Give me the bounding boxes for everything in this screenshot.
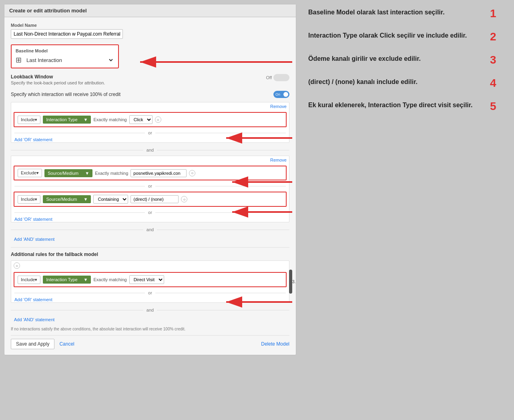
and-line-1: [11, 150, 143, 150]
fallback-interaction-type-dropdown[interactable]: Interaction Type ▼: [43, 276, 91, 284]
add-and-link-1[interactable]: Add 'AND' statement: [11, 235, 289, 243]
rule-block-1: Remove Include▾ Interaction Type ▼ Exact…: [11, 102, 289, 143]
circle-btn-fallback[interactable]: ○: [14, 262, 20, 269]
and-separator-1: and: [11, 146, 289, 154]
fallback-and-text: and: [147, 308, 154, 312]
or-line-3: [14, 212, 145, 213]
annotation-4: (direct) / (none) kanalı include edilir.…: [308, 78, 502, 89]
toggle-switch-off[interactable]: [273, 74, 289, 81]
exclude-value-input[interactable]: [131, 169, 187, 177]
toggle-on[interactable]: On: [273, 91, 289, 98]
or-text-1: or: [148, 130, 152, 135]
annotation-text-1: Baseline Model olarak last interaction s…: [308, 8, 485, 17]
toggle-on-label: On: [275, 92, 280, 96]
footer-row: Save and Apply Cancel Delete Model: [11, 335, 289, 349]
add-or-link-1[interactable]: Add 'OR' statement: [11, 136, 56, 144]
fallback-matching-label: Exactly matching: [93, 277, 126, 282]
baseline-model-box: Baseline Model ⊞ Last Interaction: [11, 44, 119, 68]
direct-none-input[interactable]: [131, 195, 179, 203]
rule-row-1: Include▾ Interaction Type ▼ Exactly matc…: [14, 112, 287, 127]
and-line-2: [11, 230, 143, 230]
fallback-rule-row: Include▾ Interaction Type ▼ Exactly matc…: [14, 272, 287, 287]
annotation-number-4: 4: [490, 78, 502, 89]
annotation-number-2: 2: [490, 31, 502, 42]
or-line-1b: [155, 133, 286, 133]
cancel-button[interactable]: Cancel: [58, 339, 76, 349]
annotation-text-4: (direct) / (none) kanalı include edilir.: [308, 78, 485, 86]
scroll-number: 3.9: [292, 280, 296, 284]
dropdown-arrow-3: ▼: [84, 197, 88, 202]
lookback-toggle[interactable]: Off: [266, 74, 289, 81]
fallback-interaction-type-label: Interaction Type: [46, 277, 77, 282]
remove-bar-2: Remove: [11, 156, 289, 164]
lookback-left: Lookback Window Specify the look-back pe…: [11, 74, 105, 85]
add-or-link-2[interactable]: Add 'OR' statement: [11, 215, 56, 223]
or-row-2: or: [11, 182, 289, 190]
circle-btn-3[interactable]: ○: [181, 196, 187, 202]
disclaimer: If no interactions satisfy the above con…: [11, 327, 289, 331]
direct-visit-select[interactable]: Direct Visit: [129, 275, 164, 284]
save-apply-button[interactable]: Save and Apply: [11, 339, 54, 349]
fallback-or-text: or: [148, 290, 152, 295]
lookback-title: Lookback Window: [11, 74, 105, 80]
or-text-3: or: [148, 210, 152, 215]
or-line-1: [14, 133, 145, 133]
source-medium-dropdown-1[interactable]: Source/Medium ▼: [44, 169, 92, 177]
fallback-and-line-b: [157, 310, 289, 310]
include-button-2[interactable]: Include▾: [18, 195, 40, 204]
model-name-group: Model Name: [11, 23, 289, 39]
right-panel: Baseline Model olarak last interaction s…: [300, 4, 510, 416]
toggle-off-label: Off: [266, 75, 272, 80]
baseline-model-label: Baseline Model: [16, 48, 114, 53]
remove-link-1[interactable]: Remove: [270, 104, 287, 109]
model-name-label: Model Name: [11, 23, 289, 28]
fallback-include-button[interactable]: Include▾: [18, 276, 40, 284]
interaction-type-dropdown-1[interactable]: Interaction Type ▼: [43, 116, 91, 124]
and-text-1: and: [147, 148, 154, 152]
specify-label: Specify which interaction will receive 1…: [11, 92, 120, 97]
source-medium-dropdown-2[interactable]: Source/Medium ▼: [43, 195, 91, 203]
source-medium-label-1: Source/Medium: [48, 171, 78, 176]
fallback-rule-block: 3.9 ○ Include▾ Interaction Type ▼ Exactl…: [11, 260, 289, 303]
source-medium-label-2: Source/Medium: [46, 197, 77, 202]
baseline-model-dropdown[interactable]: Last Interaction: [25, 57, 114, 64]
fallback-and-separator: and: [11, 306, 289, 314]
fallback-add-and-link[interactable]: Add 'AND' statement: [11, 316, 289, 324]
circle-btn-1[interactable]: ○: [155, 116, 161, 123]
fallback-or-line-b: [155, 293, 286, 293]
annotation-number-1: 1: [490, 8, 502, 19]
lookback-desc: Specify the look-back period used for at…: [11, 80, 105, 85]
annotation-text-3: Ödeme kanalı girilir ve exclude edilir.: [308, 54, 485, 63]
remove-link-2[interactable]: Remove: [270, 158, 287, 162]
or-text-2: or: [148, 184, 152, 188]
annotation-text-2: Interaction Type olarak Click seçilir ve…: [308, 31, 485, 40]
fallback-section: Additional rules for the fallback model …: [11, 247, 289, 324]
annotation-2: Interaction Type olarak Click seçilir ve…: [308, 31, 502, 42]
remove-bar-1: Remove: [11, 102, 289, 110]
exclude-button-1[interactable]: Exclude▾: [18, 169, 42, 177]
specify-row: Specify which interaction will receive 1…: [11, 91, 289, 98]
fallback-add-or-link[interactable]: Add 'OR' statement: [11, 296, 56, 304]
dropdown-arrow-1: ▼: [84, 117, 88, 122]
circle-btn-2[interactable]: ○: [189, 170, 195, 176]
delete-model-button[interactable]: Delete Model: [261, 341, 289, 347]
baseline-model-select-row: ⊞ Last Interaction: [16, 56, 114, 64]
annotation-number-5: 5: [490, 101, 502, 112]
annotation-5: Ek kural eklenerek, Interaction Type dir…: [308, 101, 502, 112]
rule-row-3: Include▾ Source/Medium ▼ Containing ○: [14, 192, 287, 207]
model-name-input[interactable]: [11, 29, 123, 39]
include-button-1[interactable]: Include▾: [18, 116, 40, 124]
and-separator-2: and: [11, 226, 289, 234]
and-text-2: and: [147, 227, 154, 232]
dialog-title: Create or edit attribution model: [4, 4, 296, 17]
click-value-select[interactable]: Click: [129, 115, 153, 124]
footer-left: Save and Apply Cancel: [11, 339, 76, 349]
rule-row-2: Exclude▾ Source/Medium ▼ Exactly matchin…: [14, 166, 287, 180]
annotation-1: Baseline Model olarak last interaction s…: [308, 8, 502, 19]
or-line-2: [14, 186, 145, 186]
containing-select[interactable]: Containing: [93, 195, 128, 204]
fallback-title: Additional rules for the fallback model: [11, 252, 289, 257]
model-icon: ⊞: [16, 56, 22, 64]
lookback-row: Lookback Window Specify the look-back pe…: [11, 74, 289, 85]
and-line-1b: [157, 150, 289, 150]
